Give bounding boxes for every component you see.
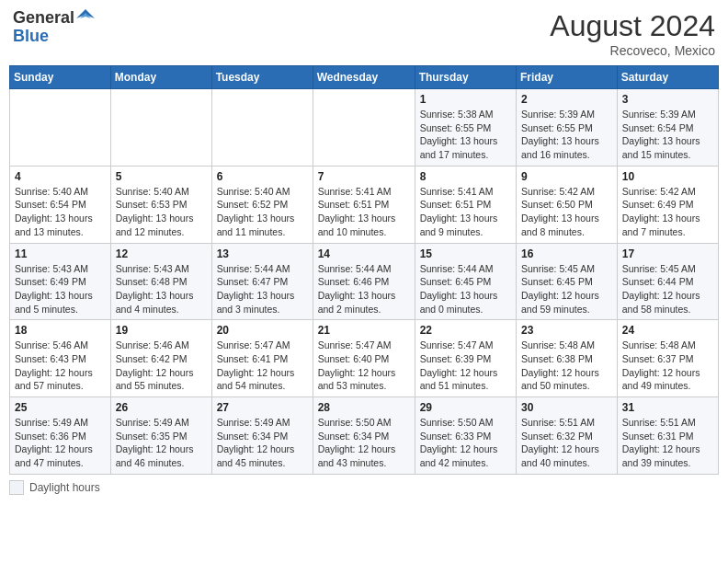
day-number: 14	[318, 247, 410, 260]
calendar-cell: 12Sunrise: 5:43 AM Sunset: 6:48 PM Dayli…	[110, 243, 211, 320]
day-info: Sunrise: 5:44 AM Sunset: 6:47 PM Dayligh…	[217, 262, 308, 316]
day-number: 7	[318, 170, 410, 183]
calendar-cell: 18Sunrise: 5:46 AM Sunset: 6:43 PM Dayli…	[10, 320, 111, 397]
title-section: August 2024 Recoveco, Mexico	[550, 9, 715, 58]
calendar-cell: 16Sunrise: 5:45 AM Sunset: 6:45 PM Dayli…	[517, 243, 618, 320]
day-info: Sunrise: 5:47 AM Sunset: 6:41 PM Dayligh…	[217, 339, 308, 393]
day-info: Sunrise: 5:40 AM Sunset: 6:52 PM Dayligh…	[217, 185, 308, 239]
day-number: 20	[217, 324, 308, 337]
day-number: 13	[217, 247, 308, 260]
day-number: 27	[217, 401, 308, 414]
month-year: August 2024	[550, 9, 715, 43]
calendar-cell: 1Sunrise: 5:38 AM Sunset: 6:55 PM Daylig…	[415, 89, 516, 167]
logo-blue-text: Blue	[13, 28, 95, 46]
day-info: Sunrise: 5:46 AM Sunset: 6:43 PM Dayligh…	[15, 339, 106, 393]
calendar-header-row: SundayMondayTuesdayWednesdayThursdayFrid…	[10, 66, 719, 89]
day-of-week-header: Wednesday	[313, 66, 415, 89]
day-number: 25	[15, 401, 106, 414]
legend-box	[9, 480, 24, 495]
calendar-cell: 17Sunrise: 5:45 AM Sunset: 6:44 PM Dayli…	[617, 243, 718, 320]
day-info: Sunrise: 5:45 AM Sunset: 6:44 PM Dayligh…	[622, 262, 713, 316]
calendar-cell: 6Sunrise: 5:40 AM Sunset: 6:52 PM Daylig…	[211, 166, 313, 243]
calendar-week-row: 11Sunrise: 5:43 AM Sunset: 6:49 PM Dayli…	[10, 243, 719, 320]
calendar-cell	[110, 89, 211, 167]
day-info: Sunrise: 5:43 AM Sunset: 6:49 PM Dayligh…	[15, 262, 106, 316]
calendar-cell: 2Sunrise: 5:39 AM Sunset: 6:55 PM Daylig…	[517, 89, 618, 167]
day-number: 31	[622, 401, 713, 414]
calendar-cell: 7Sunrise: 5:41 AM Sunset: 6:51 PM Daylig…	[313, 166, 415, 243]
day-number: 16	[521, 247, 612, 260]
day-info: Sunrise: 5:47 AM Sunset: 6:40 PM Dayligh…	[318, 339, 410, 393]
calendar-cell: 4Sunrise: 5:40 AM Sunset: 6:54 PM Daylig…	[10, 166, 111, 243]
calendar-cell: 10Sunrise: 5:42 AM Sunset: 6:49 PM Dayli…	[617, 166, 718, 243]
day-info: Sunrise: 5:46 AM Sunset: 6:42 PM Dayligh…	[116, 339, 207, 393]
calendar-cell: 28Sunrise: 5:50 AM Sunset: 6:34 PM Dayli…	[313, 397, 415, 475]
calendar-week-row: 4Sunrise: 5:40 AM Sunset: 6:54 PM Daylig…	[10, 166, 719, 243]
calendar-cell	[211, 89, 313, 167]
calendar-week-row: 1Sunrise: 5:38 AM Sunset: 6:55 PM Daylig…	[10, 89, 719, 167]
calendar-cell	[313, 89, 415, 167]
day-number: 15	[420, 247, 511, 260]
day-number: 19	[116, 324, 207, 337]
legend-label: Daylight hours	[29, 481, 100, 494]
day-number: 1	[420, 93, 511, 106]
logo: General Blue	[13, 9, 95, 46]
day-of-week-header: Sunday	[10, 66, 111, 89]
logo-general-text: General	[13, 9, 74, 28]
day-info: Sunrise: 5:50 AM Sunset: 6:33 PM Dayligh…	[420, 416, 511, 470]
day-info: Sunrise: 5:44 AM Sunset: 6:46 PM Dayligh…	[318, 262, 410, 316]
calendar-cell: 15Sunrise: 5:44 AM Sunset: 6:45 PM Dayli…	[415, 243, 516, 320]
day-number: 2	[521, 93, 612, 106]
day-info: Sunrise: 5:49 AM Sunset: 6:36 PM Dayligh…	[15, 416, 106, 470]
day-of-week-header: Tuesday	[211, 66, 313, 89]
day-of-week-header: Thursday	[415, 66, 516, 89]
day-info: Sunrise: 5:49 AM Sunset: 6:35 PM Dayligh…	[116, 416, 207, 470]
day-info: Sunrise: 5:47 AM Sunset: 6:39 PM Dayligh…	[420, 339, 511, 393]
day-number: 10	[622, 170, 713, 183]
day-number: 11	[15, 247, 106, 260]
page-header: General Blue August 2024 Recoveco, Mexic…	[9, 9, 719, 58]
calendar-cell: 21Sunrise: 5:47 AM Sunset: 6:40 PM Dayli…	[313, 320, 415, 397]
calendar-table: SundayMondayTuesdayWednesdayThursdayFrid…	[9, 65, 719, 475]
day-info: Sunrise: 5:48 AM Sunset: 6:37 PM Dayligh…	[622, 339, 713, 393]
day-info: Sunrise: 5:41 AM Sunset: 6:51 PM Dayligh…	[420, 185, 511, 239]
day-info: Sunrise: 5:51 AM Sunset: 6:31 PM Dayligh…	[622, 416, 713, 470]
day-number: 17	[622, 247, 713, 260]
day-number: 26	[116, 401, 207, 414]
day-info: Sunrise: 5:45 AM Sunset: 6:45 PM Dayligh…	[521, 262, 612, 316]
day-info: Sunrise: 5:42 AM Sunset: 6:50 PM Dayligh…	[521, 185, 612, 239]
day-of-week-header: Monday	[110, 66, 211, 89]
day-number: 6	[217, 170, 308, 183]
calendar-cell: 30Sunrise: 5:51 AM Sunset: 6:32 PM Dayli…	[517, 397, 618, 475]
day-number: 12	[116, 247, 207, 260]
day-info: Sunrise: 5:44 AM Sunset: 6:45 PM Dayligh…	[420, 262, 511, 316]
day-number: 29	[420, 401, 511, 414]
calendar-cell: 26Sunrise: 5:49 AM Sunset: 6:35 PM Dayli…	[110, 397, 211, 475]
calendar-cell	[10, 89, 111, 167]
day-of-week-header: Saturday	[617, 66, 718, 89]
calendar-cell: 23Sunrise: 5:48 AM Sunset: 6:38 PM Dayli…	[517, 320, 618, 397]
day-number: 18	[15, 324, 106, 337]
day-info: Sunrise: 5:42 AM Sunset: 6:49 PM Dayligh…	[622, 185, 713, 239]
day-of-week-header: Friday	[517, 66, 618, 89]
calendar-cell: 8Sunrise: 5:41 AM Sunset: 6:51 PM Daylig…	[415, 166, 516, 243]
day-number: 30	[521, 401, 612, 414]
day-info: Sunrise: 5:40 AM Sunset: 6:53 PM Dayligh…	[116, 185, 207, 239]
day-info: Sunrise: 5:39 AM Sunset: 6:55 PM Dayligh…	[521, 108, 612, 162]
calendar-cell: 9Sunrise: 5:42 AM Sunset: 6:50 PM Daylig…	[517, 166, 618, 243]
day-info: Sunrise: 5:41 AM Sunset: 6:51 PM Dayligh…	[318, 185, 410, 239]
day-number: 28	[318, 401, 410, 414]
calendar-cell: 20Sunrise: 5:47 AM Sunset: 6:41 PM Dayli…	[211, 320, 313, 397]
calendar-cell: 19Sunrise: 5:46 AM Sunset: 6:42 PM Dayli…	[110, 320, 211, 397]
day-number: 4	[15, 170, 106, 183]
day-number: 9	[521, 170, 612, 183]
calendar-week-row: 18Sunrise: 5:46 AM Sunset: 6:43 PM Dayli…	[10, 320, 719, 397]
calendar-cell: 3Sunrise: 5:39 AM Sunset: 6:54 PM Daylig…	[617, 89, 718, 167]
day-number: 3	[622, 93, 713, 106]
calendar-cell: 13Sunrise: 5:44 AM Sunset: 6:47 PM Dayli…	[211, 243, 313, 320]
legend: Daylight hours	[9, 480, 719, 495]
day-number: 23	[521, 324, 612, 337]
day-info: Sunrise: 5:43 AM Sunset: 6:48 PM Dayligh…	[116, 262, 207, 316]
day-number: 22	[420, 324, 511, 337]
day-number: 5	[116, 170, 207, 183]
